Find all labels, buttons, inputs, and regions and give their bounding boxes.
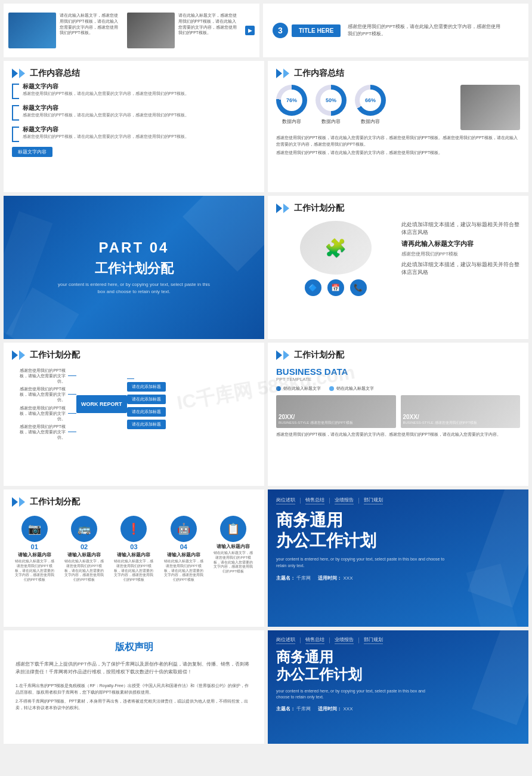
slide10-author: 主题名： 千库网 (276, 575, 311, 581)
slide7-btn1[interactable]: 请在此添加标题 (127, 382, 166, 392)
slide12-tag4: 部门规划 (364, 636, 383, 644)
slide9-icon1-circle: 📷 (21, 516, 48, 542)
slide8-title: 工作计划分配 (294, 350, 344, 361)
slide9-title4: 请输入标题内容 (163, 552, 205, 558)
slide12-date: 适用时间： XXX (318, 706, 352, 712)
bracket1 (12, 84, 19, 99)
slide8-content: BUSINESS DATA PPT TEMPLATE 销在此输入标题文字 销在此… (268, 364, 528, 441)
slide9-num3: 03 (113, 543, 154, 550)
slide6-icon1: 🔷 (305, 279, 321, 296)
slide12-sub: your content is entered here, or by copy… (268, 686, 447, 703)
slide11-item2: 2.不得将千库网的PPT模板、PPT素材，本身用于再出售，违者将被追究相关法律责… (16, 698, 252, 711)
slide9-icons-row: 📷 01 请输入标题内容 销在此输入标题文字，感谢您使用我们的PPT模板，请在此… (4, 511, 264, 586)
slide8-card2-style: BUSINESS-STYLE 感谢您使用我们的PPT模板 (403, 420, 518, 426)
slide3-item1-text: 感谢您使用我们的PPT模板，请在此输入您需要的文字内容，感谢您使用我们的PPT模… (23, 91, 189, 97)
connector4 (68, 432, 76, 432)
arrow7-icon (12, 350, 18, 360)
slide8-card2-year: 20XX/ (403, 414, 518, 420)
slide4-donut3-inner: 66% (360, 90, 381, 111)
slide9-icon3-circle: ❗ (120, 516, 147, 542)
slide9-icon2-col: 🚌 02 请输入标题内容 销在此输入标题文字，感谢您使用我们的PPT模板，请在此… (63, 516, 105, 583)
slide1-text2: 请在此输入标题文字，感谢您使用我们的PPT模板，请在此输入您需要的文字内容，感谢… (178, 13, 241, 48)
slide6-puzzle-img: 🧩 (300, 221, 372, 275)
slide-1: 请在此输入标题文字，感谢您使用我们的PPT模板，请在此输入您需要的文字内容，感谢… (4, 4, 259, 57)
sep2-icon: │ (328, 498, 331, 503)
slide8-card1-year: 20XX/ (279, 414, 394, 420)
slide9-icon3-col: ❗ 03 请输入标题内容 销在此输入标题文字，感谢您使用我们的PPT模板，请在此… (113, 516, 154, 583)
slide10-sub: your content is entered here, or by copy… (268, 553, 459, 572)
slide6-calendar-icon: 📅 (327, 279, 344, 296)
slide9-arrow-deco (12, 497, 25, 507)
slide4-circles: 76% 数据内容 50% 数据内容 66% 数据内容 (276, 85, 454, 125)
arrow2-icon (19, 69, 25, 78)
slide4-header: 工作内容总结 (268, 61, 528, 82)
bracket2 (12, 105, 19, 121)
slide8-card1-style: BUSINESS-STYLE 感谢您使用我们的PPT模板 (279, 420, 394, 426)
sep5-icon: │ (328, 638, 331, 643)
slide7-header: 工作计划分配 (4, 343, 264, 364)
slide4-circle1: 76% 数据内容 (276, 85, 307, 125)
slide9-icon5-circle: 📋 (220, 516, 246, 542)
arrow6-icon (283, 204, 289, 213)
arrow11-icon (12, 497, 18, 507)
slide3-item3-text: 感谢您使用我们的PPT模板，请在此输入您需要的文字内容，感谢您使用我们的PPT模… (23, 134, 189, 140)
arrow3-icon (276, 69, 282, 78)
slide7-flow: 感谢您使用我们的PPT模板，请输入您需要的文字仿。 感谢您使用我们的PPT模板，… (12, 368, 256, 440)
slide6-title: 工作计划分配 (294, 203, 344, 214)
slide9-text3: 销在此输入标题文字，感谢您使用我们的PPT模板，请在此输入您需要的文字内容，感谢… (113, 559, 154, 583)
slide12-date-val: XXX (343, 706, 352, 712)
slide7-branch3-text: 感谢您使用我们的PPT模板，请输入您需要的文字仿。 (12, 405, 66, 421)
slide7-content: 感谢您使用我们的PPT模板，请输入您需要的文字仿。 感谢您使用我们的PPT模板，… (4, 364, 264, 444)
slide4-text2: 感谢您使用我们的PPT模板，请在此输入您需要的文字内容，感谢您使用我们的PPT模… (268, 150, 528, 156)
connector2 (68, 394, 76, 395)
slide11-intro: 感谢您下载千库网上上提供的PPT作品，为了保护千库网以及原创作者的利益，请勿复制… (16, 661, 252, 676)
connector5 (127, 378, 134, 379)
slide8-legend: 销在此输入标题文字 销在此输入标题文字 (276, 386, 520, 392)
slide2-badge: TITLE HERE (292, 24, 341, 37)
slide3-item3-title: 标题文字内容 (23, 125, 189, 134)
slide7-left-branches: 感谢您使用我们的PPT模板，请输入您需要的文字仿。 感谢您使用我们的PPT模板，… (12, 368, 76, 440)
slide8-arrow-deco (276, 350, 289, 360)
slide7-btn3[interactable]: 请在此添加标题 (127, 407, 166, 417)
slide7-branch4: 感谢您使用我们的PPT模板，请输入您需要的文字仿。 (12, 424, 76, 440)
slide7-btn4[interactable]: 请在此添加标题 (127, 420, 166, 429)
slide12-tag1: 岗位述职 (276, 636, 295, 644)
slide8-cards: 20XX/ BUSINESS-STYLE 感谢您使用我们的PPT模板 20XX/… (276, 395, 520, 428)
slide4-donut1: 76% (276, 85, 307, 116)
slide-7: 工作计划分配 感谢您使用我们的PPT模板，请输入您需要的文字仿。 感谢您使用我们… (4, 343, 264, 486)
slide-5: PART 04 工作计划分配 your content is entered h… (4, 196, 264, 339)
slide-9: 工作计划分配 📷 01 请输入标题内容 销在此输入标题文字，感谢您使用我们的PP… (4, 489, 264, 627)
slide1-img2 (127, 13, 175, 48)
slide10-tag1: 岗位述职 (276, 497, 295, 504)
slide7-btn2[interactable]: 请在此添加标题 (127, 395, 166, 404)
slide-3: 工作内容总结 标题文字内容 感谢您使用我们的PPT模板，请在此输入您需要的文字内… (4, 61, 264, 192)
slide3-title: 工作内容总结 (30, 68, 80, 79)
slide7-arrow-deco (12, 350, 25, 360)
slide6-left: 🧩 🔷 📅 📞 (276, 221, 395, 296)
slide10-tags-row: 岗位述职 │ 销售总结 │ 业绩报告 │ 部门规划 (276, 497, 520, 504)
slide7-main-box: WORK REPORT (76, 395, 127, 413)
slide3-header: 工作内容总结 (4, 61, 264, 82)
slide9-title2: 请输入标题内容 (63, 552, 105, 558)
slide12-tag2: 销售总结 (305, 636, 324, 644)
bracket3 (12, 127, 19, 142)
connector3 (68, 413, 76, 414)
deco-tri1 (183, 196, 264, 272)
slide-4: 工作内容总结 76% 数据内容 50% 数据内容 (268, 61, 528, 192)
legend-dot1 (276, 386, 281, 391)
slide9-header: 工作计划分配 (4, 489, 264, 511)
slide1-arrow-icon: ▶ (245, 26, 255, 35)
connector1 (68, 375, 76, 376)
slide10-date-label: 适用时间： (318, 575, 342, 581)
slide9-num1: 01 (14, 543, 55, 550)
slide2-text: 感谢您使用我们的PPT模板，请在此输入您需要的文字内容，感谢您使用我们的PPT模… (348, 23, 503, 38)
slide9-title5: 请输入标题内容 (212, 543, 254, 550)
slide10-author-val: 千库网 (296, 575, 311, 581)
slide10-date-val: XXX (343, 575, 352, 581)
slide3-item2-text: 感谢您使用我们的PPT模板，请在此输入您需要的文字内容，感谢您使用我们的PPT模… (23, 112, 189, 118)
slide7-branch3: 感谢您使用我们的PPT模板，请输入您需要的文字仿。 (12, 405, 76, 421)
slide-10: 岗位述职 │ 销售总结 │ 业绩报告 │ 部门规划 商务通用 办公工作计划 yo… (268, 489, 528, 627)
slide10-author-label: 主题名： (276, 575, 295, 581)
slide2-num: 3 (273, 23, 288, 38)
slide8-header: 工作计划分配 (268, 343, 528, 364)
